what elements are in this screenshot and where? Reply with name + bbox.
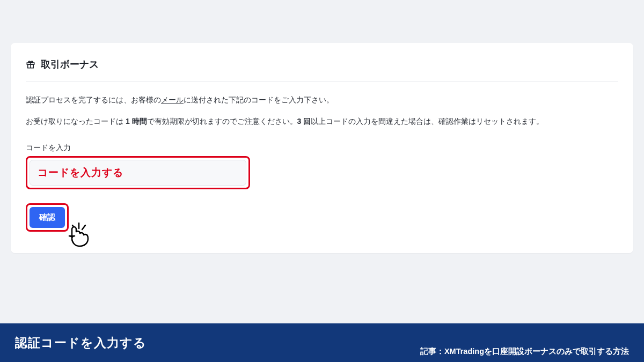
instruction-2-p3: 以上コードの入力を間違えた場合は、確認作業はリセットされます。	[311, 117, 544, 125]
instruction-1: 認証プロセスを完了するには、お客様のメールに送付された下記のコードをご入力下さい…	[26, 94, 618, 107]
pointer-hand-icon	[61, 218, 95, 252]
card-header: 取引ボーナス	[26, 58, 618, 82]
bonus-card: 取引ボーナス 認証プロセスを完了するには、お客様のメールに送付された下記のコード…	[11, 43, 633, 253]
confirm-button-highlight: 確認	[26, 203, 69, 232]
card-title: 取引ボーナス	[41, 58, 99, 71]
code-input-highlight	[26, 156, 250, 189]
footer-title: 認証コードを入力する	[15, 335, 147, 351]
instruction-1-email: メール	[161, 95, 184, 104]
instruction-1-prefix: 認証プロセスを完了するには、お客様の	[26, 95, 161, 104]
footer-bar: 認証コードを入力する 記事：XMTradingを口座開設ボーナスのみで取引する方…	[0, 323, 644, 362]
instruction-2-p2: で有効期限が切れますのでご注意ください。	[147, 117, 297, 125]
code-input[interactable]	[30, 160, 246, 186]
confirm-button[interactable]: 確認	[30, 207, 65, 228]
instruction-1-suffix: に送付された下記のコードをご入力下さい。	[184, 95, 334, 104]
footer-subtitle: 記事：XMTradingを口座開設ボーナスのみで取引する方法	[420, 346, 629, 362]
instruction-2: お受け取りになったコードは 1 時間で有効期限が切れますのでご注意ください。3 …	[26, 115, 618, 128]
gift-icon	[26, 60, 35, 69]
instruction-2-b1: 1 時間	[126, 117, 147, 125]
instruction-2-p1: お受け取りになったコードは	[26, 117, 126, 125]
instruction-2-b2: 3 回	[297, 117, 311, 125]
code-input-label: コードを入力	[26, 143, 618, 153]
